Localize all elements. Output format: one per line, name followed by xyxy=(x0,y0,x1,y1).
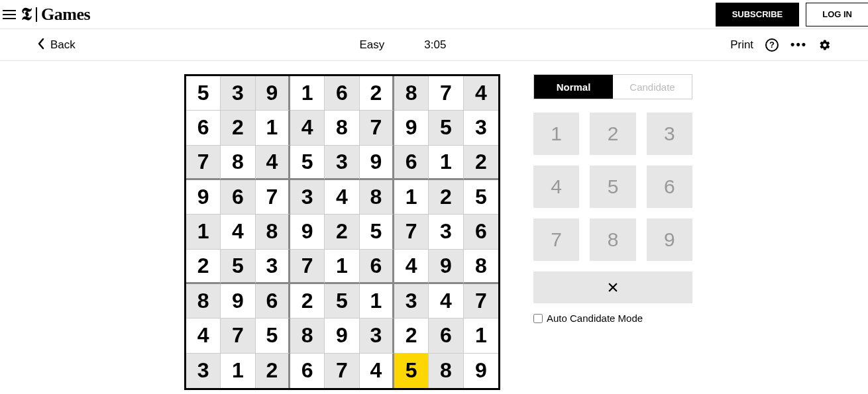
cell-r5-c3[interactable]: 7 xyxy=(290,250,325,284)
key-5[interactable]: 5 xyxy=(590,166,635,208)
cell-r0-c7[interactable]: 7 xyxy=(429,76,463,111)
clear-button[interactable] xyxy=(533,271,692,303)
cell-r7-c1[interactable]: 7 xyxy=(221,319,255,353)
cell-r4-c5[interactable]: 5 xyxy=(360,215,394,249)
cell-r5-c7[interactable]: 9 xyxy=(429,250,463,284)
cell-r5-c6[interactable]: 4 xyxy=(394,250,429,284)
cell-r2-c6[interactable]: 6 xyxy=(394,146,429,180)
cell-r2-c4[interactable]: 3 xyxy=(325,146,359,180)
cell-r5-c5[interactable]: 6 xyxy=(360,250,394,284)
cell-r1-c2[interactable]: 1 xyxy=(256,111,290,145)
cell-r5-c2[interactable]: 3 xyxy=(256,250,290,284)
cell-r8-c8[interactable]: 9 xyxy=(464,354,498,388)
cell-r1-c0[interactable]: 6 xyxy=(186,111,221,145)
cell-r3-c4[interactable]: 4 xyxy=(325,180,359,215)
cell-r5-c1[interactable]: 5 xyxy=(221,250,255,284)
cell-r1-c8[interactable]: 3 xyxy=(464,111,498,145)
cell-r6-c4[interactable]: 5 xyxy=(325,284,359,319)
cell-r4-c6[interactable]: 7 xyxy=(394,215,429,249)
auto-candidate-checkbox[interactable] xyxy=(533,314,543,323)
cell-r3-c3[interactable]: 3 xyxy=(290,180,325,215)
cell-r8-c7[interactable]: 8 xyxy=(429,354,463,388)
cell-r7-c0[interactable]: 4 xyxy=(186,319,221,353)
cell-r2-c8[interactable]: 2 xyxy=(464,146,498,180)
key-9[interactable]: 9 xyxy=(647,219,692,261)
cell-r6-c3[interactable]: 2 xyxy=(290,284,325,319)
cell-r2-c0[interactable]: 7 xyxy=(186,146,221,180)
key-6[interactable]: 6 xyxy=(647,166,692,208)
cell-r6-c7[interactable]: 4 xyxy=(429,284,463,319)
cell-r8-c1[interactable]: 1 xyxy=(221,354,255,388)
cell-r4-c3[interactable]: 9 xyxy=(290,215,325,249)
cell-r4-c1[interactable]: 4 xyxy=(221,215,255,249)
cell-r1-c1[interactable]: 2 xyxy=(221,111,255,145)
cell-r4-c2[interactable]: 8 xyxy=(256,215,290,249)
subscribe-button[interactable]: SUBSCRIBE xyxy=(716,3,800,26)
more-button[interactable]: ••• xyxy=(790,38,807,52)
cell-r1-c7[interactable]: 5 xyxy=(429,111,463,145)
key-7[interactable]: 7 xyxy=(533,219,579,261)
cell-r8-c5[interactable]: 4 xyxy=(360,354,394,388)
cell-r0-c1[interactable]: 3 xyxy=(221,76,255,111)
cell-r7-c6[interactable]: 2 xyxy=(394,319,429,353)
cell-r6-c5[interactable]: 1 xyxy=(360,284,394,319)
cell-r4-c8[interactable]: 6 xyxy=(464,215,498,249)
cell-r3-c0[interactable]: 9 xyxy=(186,180,221,215)
cell-r3-c5[interactable]: 8 xyxy=(360,180,394,215)
cell-r2-c1[interactable]: 8 xyxy=(221,146,255,180)
key-1[interactable]: 1 xyxy=(533,113,579,155)
key-8[interactable]: 8 xyxy=(590,219,635,261)
cell-r7-c8[interactable]: 1 xyxy=(464,319,498,353)
login-button[interactable]: LOG IN xyxy=(806,3,868,26)
cell-r6-c1[interactable]: 9 xyxy=(221,284,255,319)
key-2[interactable]: 2 xyxy=(590,113,635,155)
cell-r0-c8[interactable]: 4 xyxy=(464,76,498,111)
cell-r7-c4[interactable]: 9 xyxy=(325,319,359,353)
cell-r5-c8[interactable]: 8 xyxy=(464,250,498,284)
cell-r4-c7[interactable]: 3 xyxy=(429,215,463,249)
cell-r2-c5[interactable]: 9 xyxy=(360,146,394,180)
cell-r6-c6[interactable]: 3 xyxy=(394,284,429,319)
cell-r4-c4[interactable]: 2 xyxy=(325,215,359,249)
cell-r8-c3[interactable]: 6 xyxy=(290,354,325,388)
cell-r7-c5[interactable]: 3 xyxy=(360,319,394,353)
key-4[interactable]: 4 xyxy=(533,166,579,208)
cell-r7-c2[interactable]: 5 xyxy=(256,319,290,353)
mode-normal-button[interactable]: Normal xyxy=(534,75,613,99)
cell-r0-c5[interactable]: 2 xyxy=(360,76,394,111)
cell-r6-c8[interactable]: 7 xyxy=(464,284,498,319)
back-button[interactable]: Back xyxy=(37,38,76,52)
menu-icon[interactable] xyxy=(3,10,16,19)
cell-r3-c2[interactable]: 7 xyxy=(256,180,290,215)
cell-r7-c3[interactable]: 8 xyxy=(290,319,325,353)
cell-r4-c0[interactable]: 1 xyxy=(186,215,221,249)
cell-r8-c6[interactable]: 5 xyxy=(394,354,429,388)
mode-candidate-button[interactable]: Candidate xyxy=(613,75,692,99)
cell-r6-c2[interactable]: 6 xyxy=(256,284,290,319)
print-button[interactable]: Print xyxy=(730,38,753,52)
cell-r2-c2[interactable]: 4 xyxy=(256,146,290,180)
cell-r0-c3[interactable]: 1 xyxy=(290,76,325,111)
help-button[interactable]: ? xyxy=(765,38,779,52)
cell-r0-c4[interactable]: 6 xyxy=(325,76,359,111)
cell-r7-c7[interactable]: 6 xyxy=(429,319,463,353)
cell-r2-c7[interactable]: 1 xyxy=(429,146,463,180)
cell-r0-c2[interactable]: 9 xyxy=(256,76,290,111)
cell-r6-c0[interactable]: 8 xyxy=(186,284,221,319)
cell-r3-c6[interactable]: 1 xyxy=(394,180,429,215)
cell-r5-c4[interactable]: 1 xyxy=(325,250,359,284)
cell-r3-c8[interactable]: 5 xyxy=(464,180,498,215)
cell-r8-c2[interactable]: 2 xyxy=(256,354,290,388)
cell-r1-c3[interactable]: 4 xyxy=(290,111,325,145)
cell-r8-c4[interactable]: 7 xyxy=(325,354,359,388)
cell-r3-c1[interactable]: 6 xyxy=(221,180,255,215)
auto-candidate-row[interactable]: Auto Candidate Mode xyxy=(533,313,692,324)
cell-r0-c0[interactable]: 5 xyxy=(186,76,221,111)
cell-r1-c6[interactable]: 9 xyxy=(394,111,429,145)
settings-button[interactable] xyxy=(819,39,831,51)
cell-r1-c5[interactable]: 7 xyxy=(360,111,394,145)
cell-r1-c4[interactable]: 8 xyxy=(325,111,359,145)
key-3[interactable]: 3 xyxy=(647,113,692,155)
cell-r2-c3[interactable]: 5 xyxy=(290,146,325,180)
cell-r5-c0[interactable]: 2 xyxy=(186,250,221,284)
